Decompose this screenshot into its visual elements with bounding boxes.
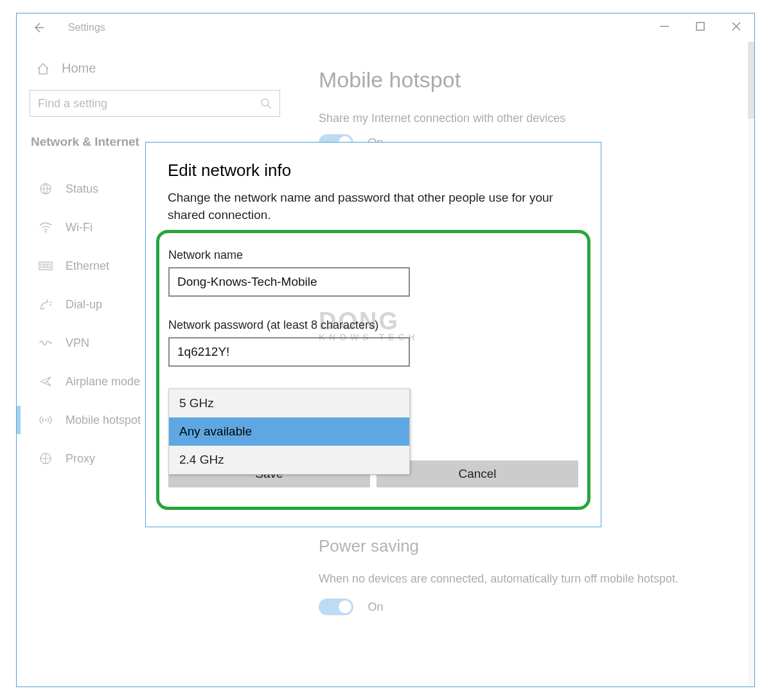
dialog-desc: Change the network name and password tha… [168,189,579,223]
sidebar-item-label: Ethernet [66,259,109,273]
page-title: Mobile hotspot [319,67,735,92]
power-toggle[interactable] [319,599,353,615]
titlebar: Settings [17,13,754,42]
settings-window: Settings Home [16,13,755,687]
close-icon [732,22,741,31]
sidebar-item-label: Status [66,182,98,196]
ethernet-icon [39,259,53,273]
minimize-button[interactable] [646,13,682,39]
sidebar-item-label: VPN [66,337,89,350]
maximize-button[interactable] [682,13,718,39]
back-button[interactable] [28,17,49,38]
watermark-top: DONG [319,308,400,335]
network-name-input[interactable] [168,267,410,297]
svg-line-3 [268,105,271,109]
sidebar-home[interactable]: Home [30,55,299,90]
home-label: Home [62,61,96,76]
svg-rect-7 [41,264,44,268]
dialog-title: Edit network info [168,161,579,180]
home-icon [36,62,50,76]
svg-rect-9 [48,264,51,268]
band-option-any[interactable]: Any available [169,417,409,446]
scrollbar-track[interactable] [748,42,754,687]
window-controls [646,13,754,39]
search-input[interactable] [38,97,260,110]
svg-point-10 [50,342,52,344]
airplane-icon [39,374,53,389]
close-button[interactable] [718,13,754,39]
svg-rect-8 [44,264,47,268]
power-toggle-state: On [368,600,383,614]
sidebar-item-label: Airplane mode [66,375,140,389]
wifi-icon [39,220,53,234]
scrollbar-thumb[interactable] [748,42,754,119]
power-desc: When no devices are connected, automatic… [319,570,678,587]
window-title: Settings [68,22,105,33]
power-heading: Power saving [319,536,678,556]
svg-point-5 [45,231,47,233]
vpn-icon [39,336,53,350]
svg-rect-1 [696,22,704,30]
arrow-left-icon [32,21,45,34]
band-dropdown[interactable]: 5 GHz Any available 2.4 GHz [168,389,410,475]
globe-icon [39,182,53,196]
sidebar-item-label: Dial-up [66,298,102,311]
search-icon [260,98,272,109]
proxy-icon [39,451,53,466]
sidebar-item-label: Proxy [66,452,95,466]
band-option-5ghz[interactable]: 5 GHz [169,389,409,417]
watermark-sub: KNOWS TECH [319,333,419,342]
minimize-icon [660,22,669,31]
share-label: Share my Internet connection with other … [319,112,735,125]
svg-point-11 [44,419,46,421]
highlight-annotation: Network name DONG KNOWS TECH Network pas… [156,230,590,510]
search-box[interactable] [30,90,280,117]
sidebar-item-label: Wi-Fi [66,221,93,234]
hotspot-icon [39,413,53,427]
edit-network-dialog: Edit network info Change the network nam… [145,142,601,527]
svg-point-2 [261,99,269,106]
power-saving-section: Power saving When no devices are connect… [319,536,678,615]
maximize-icon [696,22,705,31]
watermark: DONG KNOWS TECH [319,310,419,342]
sidebar-item-label: Mobile hotspot [66,414,141,427]
network-name-label: Network name [168,249,578,262]
phone-icon [39,297,53,311]
band-option-24ghz[interactable]: 2.4 GHz [169,446,409,474]
